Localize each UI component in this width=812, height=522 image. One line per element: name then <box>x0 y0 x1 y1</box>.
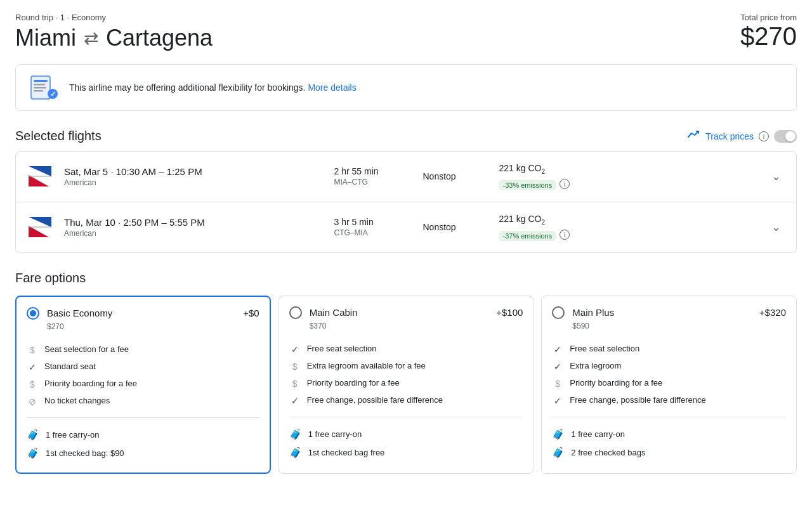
fare-name: Basic Economy <box>47 308 235 318</box>
fare-name: Main Cabin <box>310 307 489 318</box>
airline-logo <box>29 166 51 186</box>
flight-stops: Nonstop <box>423 171 487 181</box>
fare-options-section: Fare options Basic Economy +$0 $270 $ Se… <box>15 271 797 474</box>
emissions-info-icon[interactable]: i <box>560 230 570 240</box>
check-icon: ✓ <box>552 396 563 406</box>
track-prices-info-icon[interactable]: i <box>759 131 769 141</box>
fare-baggage-item: 🧳 1 free carry-on <box>27 426 259 444</box>
selected-flights-title: Selected flights <box>15 129 102 143</box>
fare-card-header: Main Plus +$320 <box>552 306 786 319</box>
fare-total: $590 <box>552 322 786 330</box>
more-details-link[interactable]: More details <box>308 82 356 93</box>
fare-radio-main-plus[interactable] <box>552 306 565 319</box>
radio-inner <box>30 310 36 316</box>
fare-feature: ✓ Standard seat <box>27 358 259 375</box>
carry-on-icon: 🧳 <box>27 429 39 441</box>
fare-feature: ⊘ No ticket changes <box>27 393 259 410</box>
fare-baggage-item: 🧳 1st checked bag: $90 <box>27 444 259 462</box>
origin-city: Miami <box>15 25 76 51</box>
fare-total: $270 <box>27 322 259 331</box>
track-prices-icon <box>688 129 700 143</box>
fare-feature: $ Seat selection for a fee <box>27 341 259 358</box>
emissions-info-icon[interactable]: i <box>560 179 570 189</box>
fare-options-title: Fare options <box>15 271 797 285</box>
fare-card-basic-economy[interactable]: Basic Economy +$0 $270 $ Seat selection … <box>15 296 271 474</box>
header-left: Round trip · 1 · Economy Miami ⇄ Cartage… <box>15 13 213 51</box>
svg-rect-1 <box>34 80 48 82</box>
fare-card-header: Main Cabin +$100 <box>289 306 523 319</box>
emissions-row: -37% emissions i <box>499 228 757 241</box>
flexibility-banner: ✓ This airline may be offering additiona… <box>15 64 797 111</box>
dollar-icon: $ <box>289 362 301 372</box>
fare-radio-basic-economy[interactable] <box>27 307 39 320</box>
destination-city: Cartagena <box>106 25 213 51</box>
fare-baggage-list: 🧳 1 free carry-on 🧳 1st checked bag: $90 <box>27 426 259 462</box>
fare-radio-main-cabin[interactable] <box>289 306 302 319</box>
flight-expand-button[interactable]: ⌄ <box>769 218 783 237</box>
emissions-badge: -37% emissions <box>499 231 556 241</box>
selected-flights-header: Selected flights Track prices i <box>15 129 797 143</box>
page-header: Round trip · 1 · Economy Miami ⇄ Cartage… <box>15 13 797 51</box>
fare-cards-container: Basic Economy +$0 $270 $ Seat selection … <box>15 296 797 474</box>
fare-features-list: ✓ Free seat selection ✓ Extra legroom $ … <box>552 341 786 409</box>
fare-baggage-item: 🧳 1 free carry-on <box>552 425 786 443</box>
checked-bag-icon: 🧳 <box>552 447 565 459</box>
fare-feature: ✓ Free seat selection <box>552 341 786 358</box>
svg-rect-4 <box>34 90 43 92</box>
route-arrow-icon: ⇄ <box>84 28 98 49</box>
flight-info: Sat, Mar 5 · 10:30 AM – 1:25 PM American <box>64 166 322 187</box>
dollar-icon: $ <box>289 379 301 389</box>
flight-airline: American <box>64 178 322 187</box>
check-icon: ✓ <box>552 362 563 372</box>
fare-name: Main Plus <box>572 307 752 318</box>
svg-text:✓: ✓ <box>50 90 56 98</box>
flight-duration: 2 hr 55 min MIA–CTG <box>334 166 410 186</box>
emissions-value: 221 kg CO2 <box>499 214 757 226</box>
flight-expand-button[interactable]: ⌄ <box>769 167 783 186</box>
fare-feature: $ Priority boarding for a fee <box>552 375 786 392</box>
check-icon: ✓ <box>289 396 301 406</box>
route-title: Miami ⇄ Cartagena <box>15 25 213 51</box>
fare-price-delta: +$100 <box>496 307 523 318</box>
track-prices-label[interactable]: Track prices <box>705 131 754 141</box>
flight-datetime: Thu, Mar 10 · 2:50 PM – 5:55 PM <box>64 217 322 228</box>
fare-baggage-list: 🧳 1 free carry-on 🧳 1st checked bag free <box>289 425 523 462</box>
check-icon: ✓ <box>552 344 563 355</box>
check-icon: ✓ <box>289 344 301 355</box>
fare-divider <box>289 417 523 417</box>
fare-feature: ✓ Extra legroom <box>552 358 786 375</box>
flight-emissions: 221 kg CO2 -37% emissions i <box>499 214 757 241</box>
check-icon: ✓ <box>27 362 38 372</box>
fare-card-main-plus[interactable]: Main Plus +$320 $590 ✓ Free seat selecti… <box>541 296 797 474</box>
trip-type: Round trip · 1 · Economy <box>15 13 106 22</box>
svg-marker-7 <box>29 166 51 176</box>
banner-icon: ✓ <box>29 75 59 100</box>
fare-feature: ✓ Free change, possible fare difference <box>552 392 786 409</box>
fare-price-delta: +$0 <box>243 308 259 318</box>
emissions-badge: -33% emissions <box>499 180 556 190</box>
flight-info: Thu, Mar 10 · 2:50 PM – 5:55 PM American <box>64 217 322 238</box>
flight-stops: Nonstop <box>423 222 487 232</box>
airline-logo <box>29 217 51 237</box>
fare-feature: ✓ Free seat selection <box>289 341 523 358</box>
header-right: Total price from $270 <box>740 13 797 51</box>
emissions-row: -33% emissions i <box>499 178 757 190</box>
svg-marker-10 <box>29 217 51 227</box>
emissions-value: 221 kg CO2 <box>499 163 757 175</box>
fare-card-main-cabin[interactable]: Main Cabin +$100 $370 ✓ Free seat select… <box>278 296 534 474</box>
fare-total: $370 <box>289 322 523 330</box>
fare-feature: $ Extra legroom available for a fee <box>289 358 523 375</box>
checked-bag-icon: 🧳 <box>27 447 39 459</box>
fare-baggage-list: 🧳 1 free carry-on 🧳 2 free checked bags <box>552 425 786 462</box>
fare-price-delta: +$320 <box>759 307 786 318</box>
total-price-value: $270 <box>740 22 797 51</box>
fare-divider <box>27 417 259 418</box>
flight-row: Thu, Mar 10 · 2:50 PM – 5:55 PM American… <box>16 202 796 252</box>
track-prices-toggle[interactable] <box>774 130 797 143</box>
flight-duration: 3 hr 5 min CTG–MIA <box>334 217 410 237</box>
svg-rect-2 <box>34 84 45 86</box>
fare-feature: ✓ Free change, possible fare difference <box>289 392 523 409</box>
carry-on-icon: 🧳 <box>552 428 565 440</box>
carry-on-icon: 🧳 <box>289 428 302 440</box>
fare-divider <box>552 417 786 417</box>
